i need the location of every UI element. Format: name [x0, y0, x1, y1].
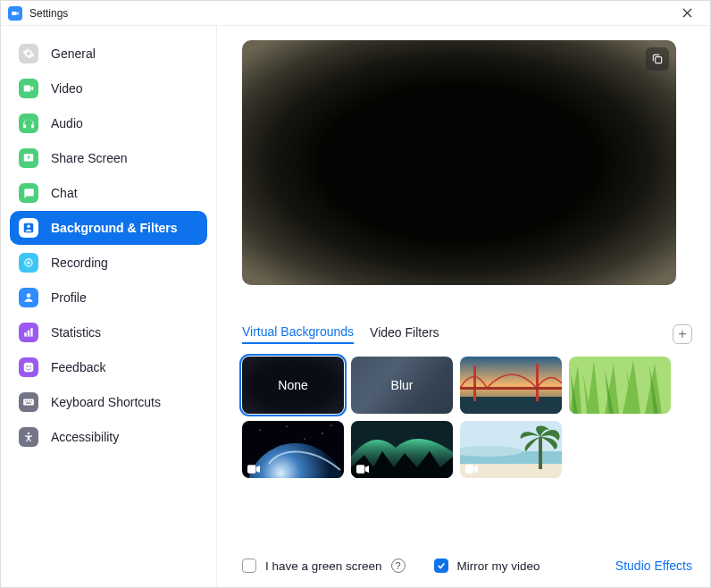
- sidebar-item-share-screen[interactable]: Share Screen: [10, 141, 207, 175]
- svg-rect-16: [27, 400, 28, 401]
- window-title: Settings: [29, 7, 68, 20]
- sidebar: General Video Audio Share Screen Chat: [1, 26, 217, 587]
- sidebar-item-recording[interactable]: Recording: [10, 246, 207, 280]
- rotate-camera-button[interactable]: [646, 47, 669, 71]
- greenscreen-label[interactable]: I have a green screen: [265, 559, 382, 573]
- sidebar-item-label: Feedback: [51, 360, 105, 374]
- footer: I have a green screen ? Mirror my video …: [242, 559, 692, 573]
- svg-rect-9: [28, 331, 29, 337]
- svg-rect-24: [473, 365, 476, 401]
- svg-point-29: [259, 429, 260, 430]
- svg-point-13: [29, 365, 31, 367]
- svg-rect-15: [25, 400, 26, 401]
- svg-point-33: [305, 439, 305, 440]
- svg-point-7: [27, 293, 31, 298]
- record-icon: [19, 253, 38, 273]
- video-icon: [19, 79, 38, 98]
- sidebar-item-feedback[interactable]: Feedback: [10, 350, 207, 384]
- sidebar-item-label: Chat: [51, 186, 78, 200]
- background-thumb-blur[interactable]: Blur: [351, 357, 453, 414]
- share-icon: [19, 148, 38, 168]
- video-preview: [242, 40, 676, 285]
- thumb-label: Blur: [391, 378, 414, 392]
- video-icon: [247, 465, 260, 474]
- mirror-checkbox[interactable]: [434, 559, 448, 573]
- svg-rect-43: [465, 465, 473, 473]
- stats-icon: [19, 323, 38, 342]
- sidebar-item-general[interactable]: General: [10, 37, 207, 71]
- greenscreen-checkbox[interactable]: [242, 559, 256, 573]
- svg-rect-17: [29, 400, 30, 401]
- svg-point-20: [28, 433, 30, 435]
- svg-point-4: [27, 225, 30, 229]
- sidebar-item-label: Keyboard Shortcuts: [51, 395, 161, 409]
- background-thumb-golden-gate[interactable]: [460, 357, 562, 414]
- add-background-button[interactable]: +: [673, 324, 692, 344]
- svg-point-31: [322, 433, 322, 433]
- background-grid: None Blur: [242, 357, 692, 478]
- background-thumb-grass[interactable]: [569, 357, 671, 414]
- svg-point-32: [331, 425, 332, 426]
- tabs-row: Virtual Backgrounds Video Filters +: [242, 324, 692, 344]
- tab-virtual-backgrounds[interactable]: Virtual Backgrounds: [242, 324, 354, 344]
- sidebar-item-label: Recording: [51, 256, 108, 270]
- svg-rect-11: [24, 363, 34, 373]
- sidebar-item-label: Profile: [51, 290, 87, 305]
- svg-rect-14: [23, 399, 34, 406]
- thumb-label: None: [278, 378, 307, 392]
- svg-rect-10: [30, 328, 32, 336]
- svg-rect-8: [24, 332, 26, 337]
- keyboard-icon: [19, 392, 38, 412]
- sidebar-item-keyboard-shortcuts[interactable]: Keyboard Shortcuts: [10, 385, 207, 419]
- tab-video-filters[interactable]: Video Filters: [370, 325, 439, 343]
- background-thumb-none[interactable]: None: [242, 357, 344, 414]
- svg-rect-35: [247, 465, 255, 473]
- mirror-label[interactable]: Mirror my video: [457, 559, 540, 573]
- sidebar-item-profile[interactable]: Profile: [10, 281, 207, 315]
- background-thumb-aurora[interactable]: [351, 421, 453, 478]
- sidebar-item-label: Share Screen: [51, 151, 128, 165]
- background-thumb-beach[interactable]: [460, 421, 562, 478]
- chat-icon: [19, 183, 38, 203]
- sidebar-item-label: Background & Filters: [51, 221, 178, 235]
- background-thumb-earth[interactable]: [242, 421, 344, 478]
- portrait-icon: [19, 218, 38, 238]
- sidebar-item-video[interactable]: Video: [10, 71, 207, 105]
- sidebar-item-label: Statistics: [51, 325, 101, 340]
- headphones-icon: [19, 113, 38, 133]
- gear-icon: [19, 44, 38, 63]
- title-bar: Settings: [1, 1, 710, 26]
- svg-rect-21: [656, 57, 662, 63]
- sidebar-item-label: Accessibility: [51, 430, 119, 444]
- svg-point-30: [287, 426, 288, 427]
- video-icon: [465, 465, 478, 474]
- svg-point-12: [26, 365, 28, 367]
- smile-icon: [19, 357, 38, 377]
- sidebar-item-label: Audio: [51, 116, 83, 130]
- sidebar-item-chat[interactable]: Chat: [10, 176, 207, 210]
- help-icon[interactable]: ?: [391, 559, 406, 573]
- svg-point-6: [27, 261, 30, 265]
- svg-rect-25: [536, 364, 539, 401]
- sidebar-item-label: General: [51, 46, 96, 61]
- svg-rect-18: [31, 400, 32, 401]
- person-icon: [19, 288, 38, 307]
- accessibility-icon: [19, 427, 38, 447]
- sidebar-item-accessibility[interactable]: Accessibility: [10, 420, 207, 454]
- sidebar-item-statistics[interactable]: Statistics: [10, 315, 207, 349]
- sidebar-item-label: Video: [51, 81, 83, 96]
- main-panel: Virtual Backgrounds Video Filters + None…: [217, 26, 710, 587]
- app-icon: [8, 6, 22, 21]
- svg-rect-26: [460, 387, 562, 390]
- video-icon: [356, 465, 369, 474]
- sidebar-item-audio[interactable]: Audio: [10, 106, 207, 140]
- close-button[interactable]: [671, 1, 703, 26]
- svg-rect-19: [26, 403, 31, 404]
- svg-rect-42: [539, 437, 542, 469]
- svg-rect-37: [356, 465, 364, 473]
- sidebar-item-background-filters[interactable]: Background & Filters: [10, 211, 207, 245]
- studio-effects-link[interactable]: Studio Effects: [615, 559, 692, 573]
